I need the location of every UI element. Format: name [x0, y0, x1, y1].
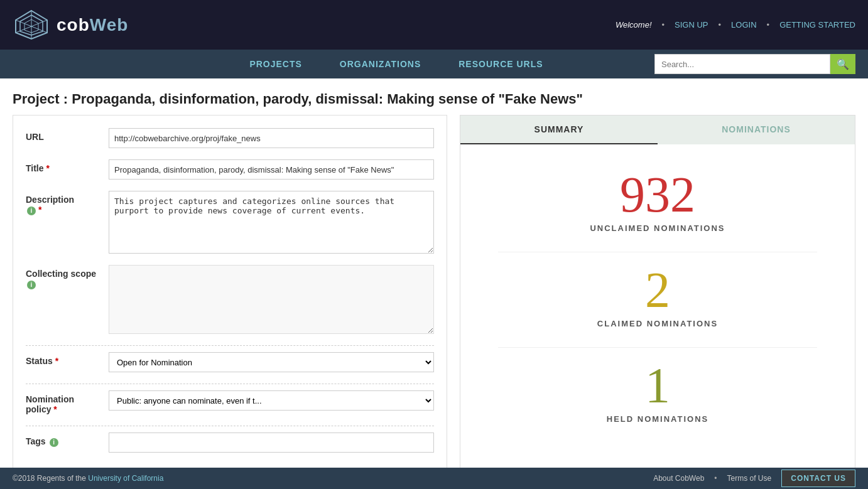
nomination-policy-label: Nomination policy * [26, 390, 101, 414]
footer-dot: • [714, 474, 717, 483]
summary-body: 932 UNCLAIMED NOMINATIONS 2 CLAIMED NOMI… [460, 144, 855, 455]
page-title: Project : Propaganda, disinformation, pa… [0, 78, 868, 115]
title-input[interactable] [109, 159, 434, 180]
unclaimed-nominations-block: 932 UNCLAIMED NOMINATIONS [473, 169, 842, 233]
tags-input[interactable] [109, 433, 434, 453]
nav-resource-urls[interactable]: RESOURCE URLS [458, 59, 543, 69]
status-row: Status * Open for Nomination Closed [26, 352, 434, 372]
nomination-policy-select[interactable]: Public: anyone can nominate, even if t..… [109, 390, 434, 411]
url-input[interactable] [109, 128, 434, 148]
nav-right-search: 🔍 [654, 54, 855, 74]
title-row: Title * [26, 159, 434, 180]
footer-right-links: About CobWeb • Terms of Use CONTACT US [653, 470, 855, 487]
unclaimed-count: 932 [473, 169, 842, 220]
status-select[interactable]: Open for Nomination Closed [109, 352, 434, 372]
login-link[interactable]: LOGIN [731, 20, 756, 30]
nomination-policy-row: Nomination policy * Public: anyone can n… [26, 390, 434, 414]
collecting-scope-row: Collecting scope i [26, 265, 434, 334]
welcome-text: Welcome! [616, 20, 652, 30]
search-input[interactable] [654, 54, 830, 74]
divider-1 [26, 345, 434, 346]
stat-divider-1 [498, 252, 817, 252]
stat-divider-2 [498, 347, 817, 348]
claimed-nominations-block: 2 CLAIMED NOMINATIONS [473, 265, 842, 328]
contact-us-button[interactable]: CONTACT US [781, 470, 855, 487]
description-info-icon[interactable]: i [27, 207, 36, 215]
getting-started-link[interactable]: GETTING STARTED [779, 20, 855, 30]
logo-text: cobWeb [57, 15, 128, 35]
claimed-label: CLAIMED NOMINATIONS [473, 319, 842, 328]
collecting-scope-label: Collecting scope i [26, 265, 101, 289]
header-top: cobWeb Welcome! • SIGN UP • LOGIN • GETT… [0, 0, 868, 50]
summary-panel: SUMMARY NOMINATIONS 932 UNCLAIMED NOMINA… [460, 115, 855, 477]
header-right-links: Welcome! • SIGN UP • LOGIN • GETTING STA… [616, 20, 855, 30]
signup-link[interactable]: SIGN UP [675, 20, 708, 30]
collecting-scope-textarea[interactable] [109, 265, 434, 334]
main-content: URL Title * Description i * This project… [0, 115, 868, 489]
divider-3 [26, 426, 434, 426]
form-panel: URL Title * Description i * This project… [13, 115, 447, 477]
terms-of-use-link[interactable]: Terms of Use [727, 474, 772, 483]
nav-bar: PROJECTS ORGANIZATIONS RESOURCE URLS 🔍 [0, 50, 868, 78]
held-label: HELD NOMINATIONS [473, 414, 842, 424]
dot3: • [767, 20, 770, 30]
footer-copyright: ©2018 Regents of the University of Calif… [13, 474, 163, 483]
divider-2 [26, 384, 434, 384]
url-row: URL [26, 128, 434, 148]
tags-label: Tags i [26, 433, 101, 447]
held-nominations-block: 1 HELD NOMINATIONS [473, 360, 842, 424]
url-label: URL [26, 128, 101, 142]
dot2: • [719, 20, 722, 30]
title-label: Title * [26, 159, 101, 173]
search-button[interactable]: 🔍 [830, 54, 855, 74]
dot1: • [662, 20, 665, 30]
about-cobweb-link[interactable]: About CobWeb [653, 474, 704, 483]
nav-organizations[interactable]: ORGANIZATIONS [340, 59, 421, 69]
tab-summary[interactable]: SUMMARY [460, 116, 658, 144]
logo-icon [13, 8, 50, 42]
summary-tabs: SUMMARY NOMINATIONS [460, 116, 855, 144]
tags-row: Tags i [26, 433, 434, 453]
tab-nominations[interactable]: NOMINATIONS [658, 116, 855, 144]
description-textarea[interactable]: This project captures and categorizes on… [109, 191, 434, 254]
description-label: Description i * [26, 191, 101, 215]
held-count: 1 [473, 360, 842, 411]
description-row: Description i * This project captures an… [26, 191, 434, 254]
status-label: Status * [26, 352, 101, 366]
tags-info-icon[interactable]: i [50, 438, 58, 447]
claimed-count: 2 [473, 265, 842, 315]
university-link[interactable]: University of California [88, 474, 163, 483]
nav-center: PROJECTS ORGANIZATIONS RESOURCE URLS [249, 59, 543, 69]
unclaimed-label: UNCLAIMED NOMINATIONS [473, 223, 842, 233]
footer: ©2018 Regents of the University of Calif… [0, 468, 868, 489]
nav-projects[interactable]: PROJECTS [249, 59, 301, 69]
collecting-scope-info-icon[interactable]: i [27, 281, 36, 289]
logo-area: cobWeb [13, 8, 128, 42]
